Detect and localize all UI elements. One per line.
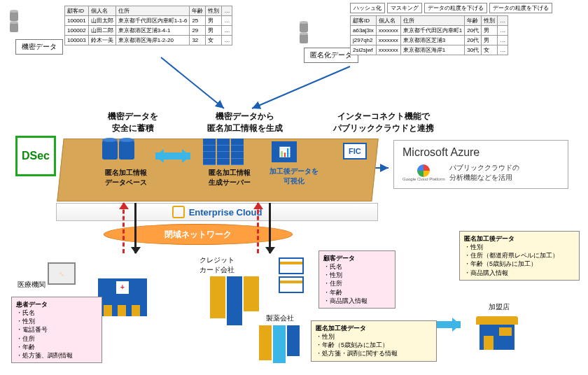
- patient-data-title: 患者データ: [16, 300, 97, 309]
- medical-area: 🦴: [48, 262, 76, 285]
- heading-store: 機密データを 安全に蓄積: [84, 111, 182, 134]
- medical-label: 医療機関: [14, 280, 49, 290]
- ec-logo-icon: [172, 206, 185, 218]
- gcp-label: Google Cloud Platform: [402, 177, 445, 181]
- fic-badge: FIC: [343, 143, 367, 160]
- xray-icon: 🦴: [48, 262, 76, 285]
- heading-interconnect: インターコネクト機能で パブリッククラウドと連携: [314, 111, 454, 134]
- store-icon: [476, 316, 518, 350]
- pharma-buildings: [259, 325, 300, 363]
- gcp-icon: [417, 164, 430, 177]
- patient-data-box: 患者データ ・氏名・性別・電話番号・住所・年齢・処方箋、調剤情報: [11, 297, 102, 363]
- customer-data-box: 顧客データ ・氏名・性別・住所・年齢・商品購入情報: [318, 250, 396, 309]
- db-caption: 匿名加工情報 データベース: [91, 168, 161, 188]
- anon-db-icon: [102, 140, 135, 161]
- black-arrow-2: [269, 203, 271, 253]
- black-arrow-1: [134, 203, 136, 253]
- bidir-arrow: [155, 153, 190, 160]
- server-caption: 匿名加工情報 生成サーバー: [195, 168, 265, 188]
- svg-line-1: [252, 66, 350, 108]
- pharma-anon-title: 匿名加工後データ: [316, 324, 432, 332]
- pharma-label: 製薬会社: [259, 313, 301, 323]
- credit-label: クレジット カード会社: [189, 255, 245, 275]
- server-icon: [203, 139, 252, 165]
- vis-icon: 📊: [272, 141, 297, 162]
- svg-line-0: [161, 57, 224, 108]
- heading-generate: 機密データから 匿名加工情報を生成: [189, 111, 301, 134]
- credit-buildings: [210, 276, 259, 325]
- closed-network: 閉域ネットワーク: [104, 224, 293, 245]
- cloud-box: Microsoft Azure Google Cloud Platform パブ…: [393, 140, 568, 189]
- enterprise-cloud-bar: Enterprise Cloud: [56, 203, 378, 221]
- ec-name: Enterprise Cloud: [189, 207, 262, 218]
- customer-data-title: 顧客データ: [323, 254, 391, 262]
- merchant-anon-title: 匿名加工後データ: [464, 234, 575, 243]
- hospital-icon: +: [98, 278, 147, 316]
- vis-caption: 加工後データを 可視化: [260, 167, 328, 186]
- dsec-logo: DSec: [15, 136, 56, 176]
- red-arrow-1: [122, 203, 125, 253]
- merchant-label: 加盟店: [482, 302, 517, 312]
- azure-title: Microsoft Azure: [402, 146, 559, 159]
- credit-card-icon: [279, 257, 304, 293]
- merchant-anon-box: 匿名加工後データ ・性別・住所（都道府県レベルに加工）・年齢（5歳刻みに加工）・…: [459, 231, 580, 281]
- pharma-anon-box: 匿名加工後データ ・性別・年齢（5歳刻みに加工）・処方箋・調剤に関する情報: [311, 320, 437, 362]
- cloud-desc: パブリッククラウドの 分析機能などを活用: [449, 163, 519, 183]
- red-arrow-2: [257, 203, 259, 253]
